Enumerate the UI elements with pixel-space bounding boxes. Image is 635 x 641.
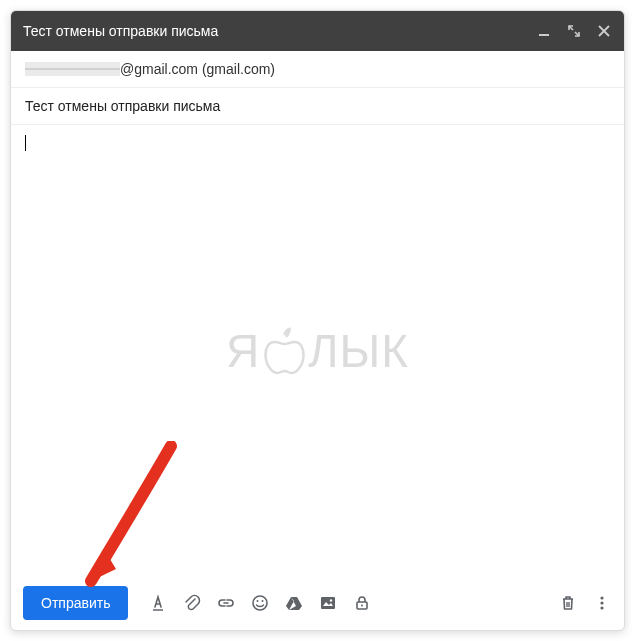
send-button[interactable]: Отправить xyxy=(23,586,128,620)
insert-emoji-icon[interactable] xyxy=(250,593,270,613)
svg-point-16 xyxy=(600,601,603,604)
toolbar-right xyxy=(558,593,612,613)
recipient-suffix: @gmail.com (gmail.com) xyxy=(120,61,275,77)
google-drive-icon[interactable] xyxy=(284,593,304,613)
window-title: Тест отмены отправки письма xyxy=(23,23,536,39)
formatting-icons xyxy=(148,593,372,613)
watermark-left: Я xyxy=(226,324,260,378)
discard-draft-icon[interactable] xyxy=(558,593,578,613)
attach-file-icon[interactable] xyxy=(182,593,202,613)
subject-field[interactable]: Тест отмены отправки письма xyxy=(11,88,624,125)
format-text-icon[interactable] xyxy=(148,593,168,613)
recipient-field[interactable]: @gmail.com (gmail.com) xyxy=(11,51,624,88)
apple-icon xyxy=(262,326,306,376)
recipient-redacted xyxy=(25,62,120,76)
svg-point-10 xyxy=(330,599,332,601)
window-controls xyxy=(536,23,612,39)
svg-rect-9 xyxy=(321,597,335,609)
insert-image-icon[interactable] xyxy=(318,593,338,613)
compose-toolbar: Отправить xyxy=(11,576,624,630)
svg-point-6 xyxy=(253,596,267,610)
message-body[interactable]: Я ЛЫК xyxy=(11,125,624,576)
svg-point-8 xyxy=(262,600,264,602)
svg-point-15 xyxy=(600,596,603,599)
svg-point-12 xyxy=(361,605,363,607)
minimize-icon[interactable] xyxy=(536,23,552,39)
more-options-icon[interactable] xyxy=(592,593,612,613)
titlebar: Тест отмены отправки письма xyxy=(11,11,624,51)
watermark-right: ЛЫК xyxy=(308,324,409,378)
close-icon[interactable] xyxy=(596,23,612,39)
compose-window: Тест отмены отправки письма @gmail.com (… xyxy=(10,10,625,631)
subject-value: Тест отмены отправки письма xyxy=(25,98,220,114)
confidential-mode-icon[interactable] xyxy=(352,593,372,613)
insert-link-icon[interactable] xyxy=(216,593,236,613)
text-cursor xyxy=(25,135,26,151)
expand-icon[interactable] xyxy=(566,23,582,39)
watermark: Я ЛЫК xyxy=(226,324,409,378)
svg-point-17 xyxy=(600,606,603,609)
svg-point-7 xyxy=(257,600,259,602)
